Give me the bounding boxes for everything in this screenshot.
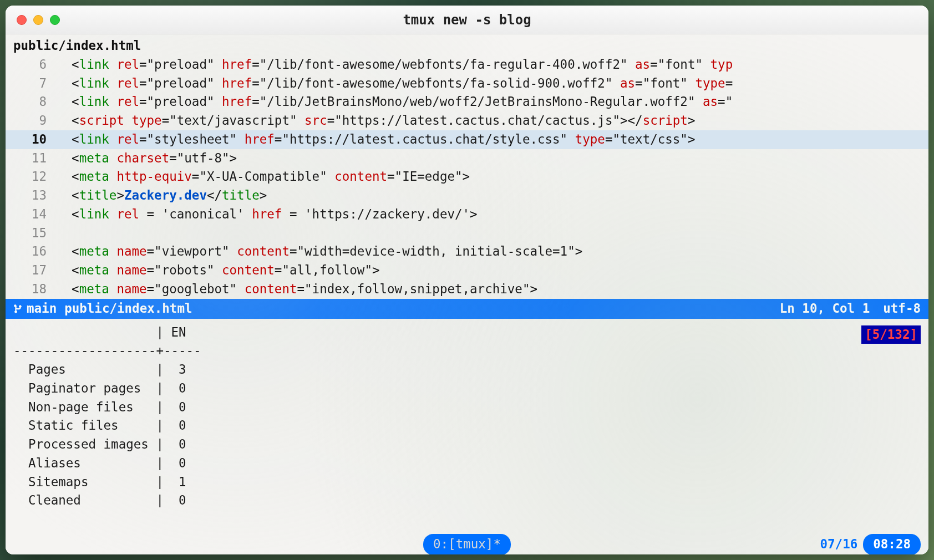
code-content[interactable]: <link rel="preload" href="/lib/font-awes… <box>57 55 928 74</box>
tmux-status-bar: 0:[tmux]* 07/16 08:28 <box>6 534 928 554</box>
line-number: 12 <box>6 167 57 186</box>
line-number: 18 <box>6 280 57 299</box>
window-title: tmux new -s blog <box>403 12 531 28</box>
tmux-status-right: 07/16 08:28 <box>820 534 921 554</box>
line-number: 10 <box>6 130 57 149</box>
code-content[interactable]: <link rel = 'canonical' href = 'https://… <box>57 205 928 224</box>
code-area[interactable]: 6 <link rel="preload" href="/lib/font-aw… <box>6 55 928 299</box>
code-content[interactable]: <link rel="preload" href="/lib/JetBrains… <box>57 93 928 111</box>
line-number: 9 <box>6 111 57 130</box>
editor-file-path: public/index.html <box>6 34 928 55</box>
close-icon[interactable] <box>17 15 27 25</box>
terminal-body[interactable]: public/index.html 6 <link rel="preload" … <box>6 34 928 554</box>
code-content[interactable]: <title>Zackery.dev</title> <box>57 186 928 205</box>
code-content[interactable] <box>57 224 928 243</box>
code-content[interactable]: <meta name="robots" content="all,follow"… <box>57 261 928 280</box>
code-content[interactable]: <meta name="viewport" content="width=dev… <box>57 242 928 261</box>
line-number: 6 <box>6 55 57 74</box>
tmux-window-pill[interactable]: 0:[tmux]* <box>423 534 511 554</box>
git-branch-icon <box>13 299 23 318</box>
line-number: 8 <box>6 93 57 111</box>
code-line[interactable]: 18 <meta name="googlebot" content="index… <box>6 280 928 299</box>
file-encoding: utf-8 <box>883 299 921 318</box>
code-line[interactable]: 7 <link rel="preload" href="/lib/font-aw… <box>6 74 928 93</box>
terminal-window: tmux new -s blog public/index.html 6 <li… <box>6 6 928 554</box>
code-content[interactable]: <script type="text/javascript" src="http… <box>57 111 928 130</box>
line-number: 13 <box>6 186 57 205</box>
line-number: 16 <box>6 242 57 261</box>
branch-name: main <box>27 301 57 315</box>
code-line[interactable]: 12 <meta http-equiv="X-UA-Compatible" co… <box>6 167 928 186</box>
code-line[interactable]: 13 <title>Zackery.dev</title> <box>6 186 928 205</box>
code-line[interactable]: 11 <meta charset="utf-8"> <box>6 149 928 168</box>
code-content[interactable]: <link rel="stylesheet" href="https://lat… <box>57 130 928 149</box>
code-line[interactable]: 9 <script type="text/javascript" src="ht… <box>6 111 928 130</box>
tmux-date: 07/16 <box>820 535 858 554</box>
line-number: 17 <box>6 261 57 280</box>
code-line[interactable]: 8 <link rel="preload" href="/lib/JetBrai… <box>6 93 928 111</box>
search-count: [5/132] <box>861 325 921 344</box>
tmux-time: 08:28 <box>863 534 921 554</box>
code-content[interactable]: <meta http-equiv="X-UA-Compatible" conte… <box>57 167 928 186</box>
code-content[interactable]: <meta charset="utf-8"> <box>57 149 928 168</box>
line-number: 7 <box>6 74 57 93</box>
editor-status-bar: main public/index.html Ln 10, Col 1 utf-… <box>6 299 928 319</box>
code-line[interactable]: 15 <box>6 224 928 243</box>
line-number: 11 <box>6 149 57 168</box>
branch-indicator: main <box>13 299 57 318</box>
cursor-position: Ln 10, Col 1 <box>780 299 870 318</box>
maximize-icon[interactable] <box>50 15 60 25</box>
code-content[interactable]: <link rel="preload" href="/lib/font-awes… <box>57 74 928 93</box>
minimize-icon[interactable] <box>33 15 43 25</box>
lower-pane[interactable]: [5/132] | EN -------------------+----- P… <box>6 319 928 535</box>
code-line[interactable]: 6 <link rel="preload" href="/lib/font-aw… <box>6 55 928 74</box>
code-line[interactable]: 16 <meta name="viewport" content="width=… <box>6 242 928 261</box>
status-file: public/index.html <box>64 299 192 318</box>
titlebar[interactable]: tmux new -s blog <box>6 6 928 34</box>
code-line[interactable]: 14 <link rel = 'canonical' href = 'https… <box>6 205 928 224</box>
line-number: 15 <box>6 224 57 243</box>
traffic-lights <box>17 15 60 25</box>
code-line[interactable]: 17 <meta name="robots" content="all,foll… <box>6 261 928 280</box>
build-output-table: | EN -------------------+----- Pages | 3… <box>13 323 921 511</box>
line-number: 14 <box>6 205 57 224</box>
code-content[interactable]: <meta name="googlebot" content="index,fo… <box>57 280 928 299</box>
code-line[interactable]: 10 <link rel="stylesheet" href="https://… <box>6 130 928 149</box>
